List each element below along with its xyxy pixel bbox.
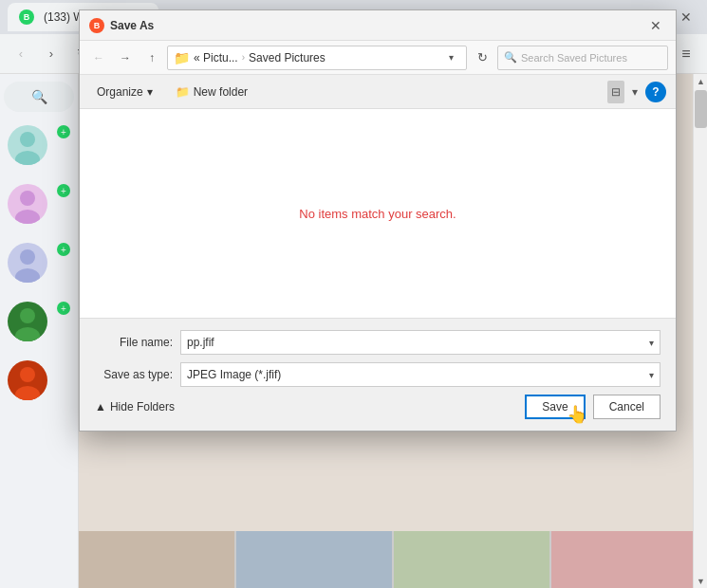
brave-dialog-icon: B [89, 18, 104, 33]
unread-badge-2: + [57, 184, 70, 197]
toolbar-refresh-button[interactable]: ↻ [471, 46, 493, 69]
chevron-up-icon: ▲ [95, 400, 106, 413]
filetype-value: JPEG Image (*.jfif) [187, 368, 281, 381]
dialog-titlebar: B Save As ✕ [80, 10, 676, 41]
view-list-button[interactable]: ⊟ [607, 81, 624, 103]
breadcrumb-prefix: « Pictu... [194, 51, 238, 64]
dialog-actionbar: Organize ▾ 📁 New folder ⊟ ▾ ? [80, 75, 676, 109]
back-button[interactable]: ‹ [8, 41, 34, 67]
thumb-1 [79, 531, 234, 588]
cancel-button[interactable]: Cancel [593, 395, 660, 419]
filename-input[interactable]: pp.jfif ▾ [180, 330, 660, 355]
filetype-row: Save as type: JPEG Image (*.jfif) ▾ [95, 362, 660, 387]
chat-item-1[interactable]: + [4, 119, 74, 171]
help-button[interactable]: ? [645, 82, 666, 102]
filetype-label: Save as type: [95, 368, 180, 381]
filetype-select[interactable]: JPEG Image (*.jfif) ▾ [180, 362, 660, 387]
svg-point-15 [20, 367, 35, 382]
dialog-close-button[interactable]: ✕ [645, 15, 666, 36]
filename-value: pp.jfif [187, 336, 214, 349]
svg-point-14 [15, 327, 40, 341]
search-box[interactable]: 🔍 Search Saved Pictures [497, 46, 668, 70]
browser-menu-button[interactable]: ≡ [673, 41, 699, 67]
thumb-3 [394, 531, 549, 588]
thumb-4 [551, 531, 707, 588]
filename-dropdown-icon: ▾ [649, 338, 654, 348]
breadcrumb-current: Saved Pictures [249, 51, 326, 64]
avatar-2 [8, 184, 47, 224]
breadcrumb-bar[interactable]: 📁 « Pictu... › Saved Pictures ▾ [167, 46, 467, 70]
svg-point-9 [20, 191, 35, 206]
sidebar-top: 🔍 + + + + [0, 74, 78, 413]
svg-point-8 [15, 151, 40, 165]
empty-message: No items match your search. [299, 207, 456, 221]
organize-dropdown-icon: ▾ [147, 85, 153, 99]
whatsapp-sidebar: 🔍 + + + + [0, 74, 79, 588]
view-dropdown-button[interactable]: ▾ [628, 81, 642, 103]
svg-point-7 [20, 132, 35, 147]
file-browser-content: No items match your search. [80, 109, 676, 318]
search-button[interactable]: 🔍 [4, 82, 74, 112]
whatsapp-favicon: B [19, 9, 34, 25]
view-controls: ⊟ ▾ ? [607, 81, 666, 103]
svg-point-10 [15, 210, 40, 224]
toolbar-forward-button[interactable]: → [114, 46, 137, 69]
svg-point-13 [20, 308, 35, 323]
avatar-3 [8, 243, 47, 283]
new-folder-button[interactable]: 📁 New folder [168, 81, 255, 103]
hamburger-icon: ≡ [681, 46, 690, 63]
unread-badge-4: + [57, 302, 70, 315]
filetype-dropdown-icon: ▾ [649, 370, 654, 380]
unread-badge-3: + [57, 243, 70, 256]
filename-label: File name: [95, 336, 180, 349]
breadcrumb-dropdown-button[interactable]: ▾ [441, 48, 460, 67]
folder-icon: 📁 [174, 50, 190, 65]
forward-button[interactable]: › [38, 41, 65, 67]
background-image-strip [79, 531, 707, 588]
avatar-1 [8, 125, 47, 165]
scrollbar-down-arrow[interactable]: ▼ [694, 574, 707, 588]
thumb-2 [236, 531, 392, 588]
chat-item-5[interactable] [4, 355, 74, 406]
chat-item-2[interactable]: + [4, 178, 74, 230]
save-as-dialog: B Save As ✕ ← → ↑ 📁 « Pictu... › Saved P… [79, 9, 677, 432]
new-folder-icon: 📁 [176, 85, 190, 99]
scrollbar-up-arrow[interactable]: ▲ [694, 74, 707, 88]
browser-close-button[interactable]: ✕ [673, 4, 699, 30]
toolbar-back-button[interactable]: ← [87, 46, 110, 69]
hide-folders-button[interactable]: ▲ Hide Folders [95, 400, 175, 413]
svg-point-11 [20, 249, 35, 265]
toolbar-up-button[interactable]: ↑ [140, 46, 163, 69]
chat-item-4[interactable]: + [4, 296, 74, 347]
chat-item-3[interactable]: + [4, 237, 74, 288]
dialog-title: Save As [110, 19, 640, 32]
avatar-4 [8, 302, 47, 341]
breadcrumb-separator: › [242, 52, 245, 63]
dialog-toolbar: ← → ↑ 📁 « Pictu... › Saved Pictures ▾ ↻ … [80, 41, 676, 75]
search-placeholder: Search Saved Pictures [521, 52, 627, 64]
save-button[interactable]: Save 👆 [525, 395, 585, 419]
cursor-icon: 👆 [567, 404, 587, 425]
dialog-footer: File name: pp.jfif ▾ Save as type: JPEG … [80, 318, 676, 431]
scrollbar-track: ▲ ▼ [693, 74, 707, 588]
filename-row: File name: pp.jfif ▾ [95, 330, 660, 355]
svg-point-12 [15, 268, 40, 283]
unread-badge-1: + [57, 125, 70, 138]
organize-button[interactable]: Organize ▾ [89, 81, 160, 103]
search-icon: 🔍 [504, 51, 517, 64]
scrollbar-thumb[interactable] [695, 90, 707, 128]
avatar-5 [8, 360, 47, 400]
svg-point-16 [15, 386, 40, 400]
footer-actions: ▲ Hide Folders Save 👆 Cancel [95, 395, 660, 419]
